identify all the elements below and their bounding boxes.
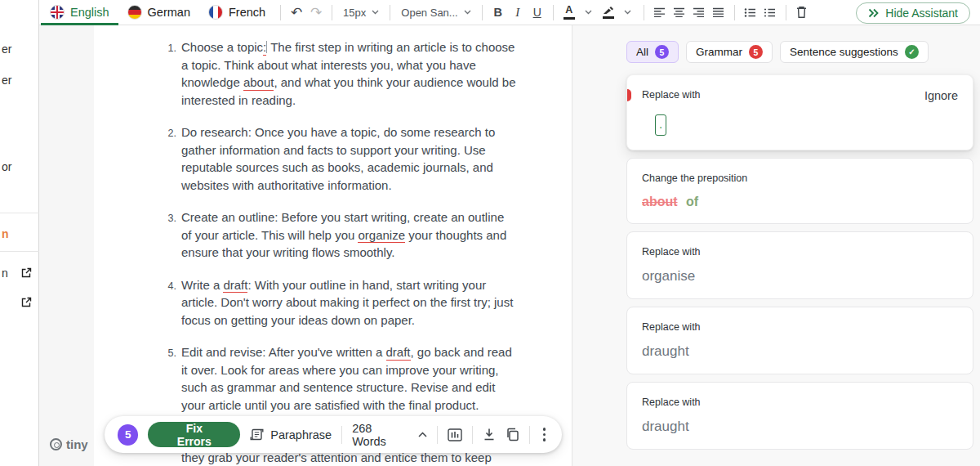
suggestion-card[interactable]: Replace with organise [626,231,973,299]
card-label: Replace with [642,321,701,333]
tab-label: French [229,6,265,19]
ignore-button[interactable]: Ignore [924,89,958,102]
list-item-text[interactable]: Choose a topic: The first step in writin… [181,38,516,109]
suggestion-card[interactable]: Replace with draught [626,307,973,374]
paraphrase-button[interactable]: Paraphrase [250,428,332,441]
list-item-text[interactable]: Do research: Once you have a topic, do s… [181,123,516,194]
tiny-logo-label: tiny [66,437,88,451]
suggestion-card[interactable]: Change the preposition about of [626,158,973,224]
italic-button[interactable]: I [508,2,528,23]
hide-assistant-button[interactable]: Hide Assistant [856,2,970,24]
sidebar-divider [0,213,39,213]
toolbar-separator [553,5,554,20]
tab-label: German [148,6,190,19]
floating-action-toolbar: 5 Fix Errors Paraphrase 268 Words [105,416,562,453]
list-item-number: 3. [160,208,176,262]
delete-button[interactable] [792,2,812,23]
align-center-button[interactable] [670,2,689,23]
highlighter-icon [603,6,614,15]
error-count-badge[interactable]: 5 [118,424,138,446]
bullet-list-button[interactable] [741,2,760,23]
toolbar-separator [437,426,438,444]
tiny-logo: tiny [50,437,88,451]
tiny-logo-icon [50,438,62,450]
assistant-panel: All 5 Grammar 5 Sentence suggestions ✓ R… [572,25,980,466]
numbered-list-button[interactable] [760,2,780,23]
suggestion-value[interactable]: draught [642,343,689,359]
error-underline[interactable]: about [243,75,274,91]
list-item-text[interactable]: Create an outline: Before you start writ… [181,208,516,262]
list-item: 2. Do research: Once you have a topic, d… [160,123,572,194]
suggestion-cards: Replace with Ignore . Change the preposi… [626,74,973,450]
tab-german[interactable]: German [118,0,199,25]
text-color-button[interactable]: A [559,2,579,23]
sidebar-fragment[interactable]: n [2,267,8,280]
more-options-button[interactable] [540,428,550,441]
underline-button[interactable]: U [528,2,547,23]
left-cutoff-sidebar: er er or n n [0,0,39,466]
copy-button[interactable] [506,428,519,441]
font-family-select[interactable]: Open San... [396,2,475,23]
collapse-button[interactable] [418,432,427,437]
error-underline[interactable]: draft [386,345,411,361]
chevron-up-icon [418,432,427,437]
toolbar-separator [482,5,483,20]
toolbar-separator [280,5,281,20]
chevron-down-icon [464,10,471,15]
sidebar-fragment[interactable]: or [2,160,11,173]
chip-sentence-suggestions[interactable]: Sentence suggestions ✓ [780,41,929,63]
tab-french[interactable]: French [199,0,274,25]
sidebar-fragment[interactable]: n [2,227,9,240]
font-size-value: 15px [343,7,366,19]
chevron-down-icon [585,10,592,15]
chip-label: Grammar [696,46,742,58]
redo-button[interactable]: ↷ [306,2,326,23]
added-word: of [686,195,698,208]
bold-button[interactable]: B [488,2,508,23]
editor-background: 1. Choose a topic: The first step in wri… [39,25,572,466]
card-label: Replace with [642,397,701,408]
double-chevron-right-icon [868,8,879,18]
highlight-color-menu-button[interactable] [618,2,638,23]
download-icon [483,428,496,441]
font-size-select[interactable]: 15px [338,2,384,23]
sidebar-fragment[interactable]: er [2,43,11,56]
tab-english[interactable]: English [41,0,118,25]
word-count[interactable]: 268 Words [352,422,408,448]
editor-page[interactable]: 1. Choose a topic: The first step in wri… [94,25,572,466]
highlight-color-button[interactable] [599,2,618,23]
card-label: Replace with [642,246,701,258]
list-item-number: 1. [160,38,176,109]
suggestion-card[interactable]: Replace with Ignore . [626,74,973,150]
external-link-icon[interactable] [21,297,32,307]
card-label: Replace with [642,89,701,101]
stats-button[interactable] [448,428,462,441]
align-left-button[interactable] [650,2,670,23]
error-underline[interactable]: organize [358,228,405,244]
toolbar-separator [529,426,530,444]
list-item-text[interactable]: Write a draft: With your outline in hand… [181,276,516,329]
paraphrase-label: Paraphrase [270,428,332,441]
align-right-button[interactable] [689,2,709,23]
undo-button[interactable]: ↶ [287,2,306,23]
error-indicator [627,89,631,101]
external-link-icon[interactable] [21,267,32,278]
error-underline[interactable]: draft [223,278,247,293]
chip-all[interactable]: All 5 [626,41,679,63]
chip-label: All [636,46,648,58]
suggestion-value[interactable]: . [655,114,666,136]
align-justify-button[interactable] [709,2,728,23]
download-button[interactable] [483,428,496,441]
suggestion-card[interactable]: Replace with draught [626,382,973,450]
sidebar-fragment[interactable]: er [2,74,11,87]
suggestion-value[interactable]: draught [642,419,689,434]
filter-chips: All 5 Grammar 5 Sentence suggestions ✓ [626,41,973,63]
font-family-value: Open San... [401,7,457,19]
chip-grammar[interactable]: Grammar 5 [686,41,773,63]
fix-errors-button[interactable]: Fix Errors [148,422,240,447]
editor-content[interactable]: 1. Choose a topic: The first step in wri… [94,25,572,414]
suggestion-value[interactable]: organise [642,268,695,284]
list-item: 1. Choose a topic: The first step in wri… [160,38,572,109]
text-color-menu-button[interactable] [579,2,599,23]
list-item-text[interactable]: Edit and revise: After you've written a … [181,343,516,414]
